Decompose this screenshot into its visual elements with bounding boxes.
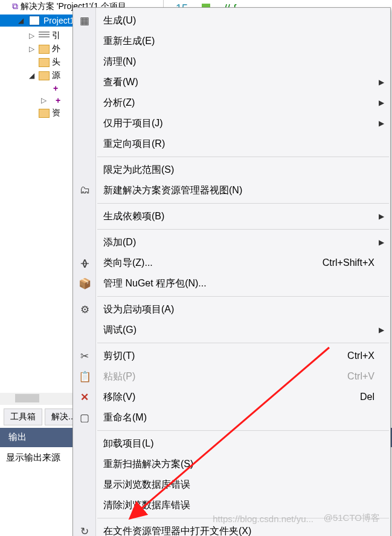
menu-separator [97, 203, 389, 204]
scrollbar-thumb[interactable] [15, 394, 39, 402]
remove-icon: ✕ [78, 391, 91, 404]
new-view-icon: 🗂 [78, 184, 91, 196]
shortcut-text: Ctrl+Shift+X [323, 257, 374, 268]
submenu-arrow-icon: ▶ [379, 212, 384, 221]
submenu-arrow-icon: ▶ [379, 326, 384, 334]
folder-icon [39, 58, 50, 67]
menu-new-explorer[interactable]: 🗂新建解决方案资源管理器视图(N) [73, 180, 390, 201]
horizontal-scrollbar[interactable] [0, 393, 72, 405]
menu-view[interactable]: 查看(W)▶ [73, 72, 390, 92]
cpp-file-icon: + [56, 95, 60, 105]
context-menu: ▦生成(U) 重新生成(E) 清理(N) 查看(W)▶ 分析(Z)▶ 仅用于项目… [72, 7, 391, 536]
submenu-arrow-icon: ▶ [379, 238, 384, 247]
gear-icon: ⚙ [78, 303, 91, 316]
menu-separator [97, 229, 389, 230]
submenu-arrow-icon: ▶ [379, 119, 384, 128]
submenu-arrow-icon: ▶ [379, 78, 384, 86]
watermark: @51CTO博客 [324, 512, 380, 524]
menu-build-deps[interactable]: 生成依赖项(B)▶ [73, 206, 390, 227]
tab-toolbox[interactable]: 工具箱 [4, 408, 42, 425]
menu-remove[interactable]: ✕移除(V)Del [73, 387, 390, 407]
menu-cut[interactable]: ✂剪切(T)Ctrl+X [73, 346, 390, 366]
menu-nuget[interactable]: 📦管理 NuGet 程序包(N)... [73, 273, 390, 294]
menu-scope[interactable]: 限定为此范围(S) [73, 160, 390, 180]
menu-unload[interactable]: 卸载项目(L) [73, 433, 390, 454]
rename-icon: ▢ [78, 412, 91, 424]
nuget-icon: 📦 [78, 277, 91, 290]
menu-build[interactable]: ▦生成(U) [73, 10, 390, 31]
menu-project-only[interactable]: 仅用于项目(J)▶ [73, 113, 390, 134]
submenu-arrow-icon: ▶ [379, 98, 384, 107]
menu-separator [97, 157, 389, 157]
menu-class-wizard[interactable]: ᚖ类向导(Z)...Ctrl+Shift+X [73, 253, 390, 273]
project-icon [29, 16, 40, 25]
build-icon: ▦ [78, 15, 91, 27]
menu-add[interactable]: 添加(D)▶ [73, 232, 390, 253]
class-wizard-icon: ᚖ [78, 257, 91, 270]
watermark: https://blog.csdn.net/yu... [213, 514, 313, 524]
menu-rescan[interactable]: 重新扫描解决方案(S) [73, 454, 390, 474]
output-source-label: 显示输出来源 [6, 452, 60, 463]
menu-debug[interactable]: 调试(G)▶ [73, 320, 390, 340]
menu-separator [97, 430, 389, 431]
menu-clean[interactable]: 清理(N) [73, 51, 390, 72]
menu-rebuild[interactable]: 重新生成(E) [73, 31, 390, 51]
menu-browse-db-err[interactable]: 显示浏览数据库错误 [73, 474, 390, 495]
open-folder-icon: ↻ [78, 525, 91, 537]
folder-icon [39, 109, 50, 118]
expand-arrow-icon[interactable]: ◢ [18, 16, 25, 25]
menu-set-startup[interactable]: ⚙设为启动项目(A) [73, 299, 390, 320]
menu-separator [97, 296, 389, 297]
menu-retarget[interactable]: 重定向项目(R) [73, 134, 390, 154]
menu-rename[interactable]: ▢重命名(M) [73, 407, 390, 428]
menu-analyze[interactable]: 分析(Z)▶ [73, 92, 390, 113]
panel-tabs: 工具箱 解决... [4, 408, 82, 425]
cpp-file-icon: + [53, 83, 58, 93]
shortcut-text: Ctrl+V [347, 371, 374, 382]
project-name: Project1 [43, 16, 74, 25]
shortcut-text: Del [360, 392, 374, 402]
references-icon [39, 31, 50, 40]
folder-icon [39, 71, 50, 80]
menu-paste: 📋粘贴(P)Ctrl+V [73, 366, 390, 387]
folder-icon [39, 45, 50, 54]
menu-separator [97, 343, 389, 343]
shortcut-text: Ctrl+X [347, 350, 374, 361]
clipboard-icon: 📋 [78, 370, 91, 383]
scissors-icon: ✂ [78, 350, 91, 363]
